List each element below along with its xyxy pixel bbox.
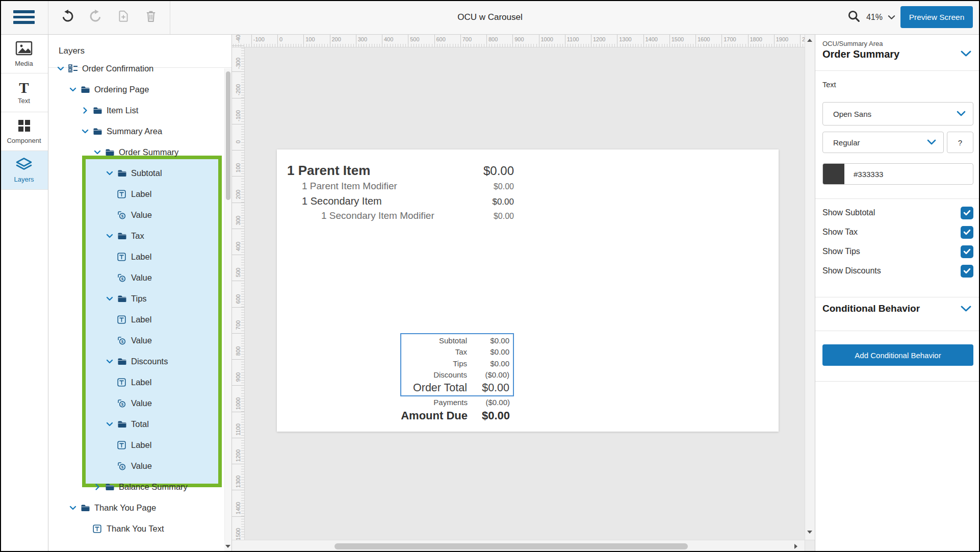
preview-screen-button[interactable]: Preview Screen (900, 6, 973, 28)
layer-row-label[interactable]: Label (48, 184, 222, 205)
chevron-down-icon[interactable] (94, 147, 101, 157)
zoom-level-value[interactable]: 41% (866, 13, 883, 22)
chevron-down-icon[interactable] (106, 294, 113, 303)
layer-row-thank-you-page[interactable]: Thank You Page (48, 497, 222, 518)
top-bar: OCU w Carousel (0, 0, 980, 35)
canvas-hscrollbar-thumb[interactable] (334, 543, 688, 549)
sidebar-item-text[interactable]: TText (0, 73, 48, 112)
checkbox-show-tax[interactable] (961, 226, 973, 239)
collapse-section-chevron-icon[interactable] (960, 50, 972, 59)
layers-scrollbar-thumb[interactable] (226, 71, 230, 200)
ruler-tick-label: 600 (235, 294, 241, 303)
chevron-down-icon[interactable] (106, 168, 113, 178)
order-summary-selection[interactable]: Subtotal$0.00Tax$0.00Tips$0.00Discounts(… (400, 333, 514, 396)
checkbox-show-discounts[interactable] (961, 265, 973, 278)
chevron-down-icon[interactable] (106, 231, 113, 240)
layer-row-label[interactable]: Label (48, 246, 222, 267)
layer-row-subtotal[interactable]: Subtotal (48, 163, 222, 184)
chevron-down-icon[interactable] (69, 503, 76, 512)
item-name: 1 Parent Item (287, 163, 370, 179)
ruler-tick-label: 200 (332, 36, 341, 42)
sidebar-item-component[interactable]: Component (0, 112, 48, 151)
font-style-select[interactable]: Regular (822, 132, 944, 153)
layer-row-label[interactable]: Label (48, 309, 222, 330)
chevron-right-icon[interactable] (82, 106, 89, 115)
item-price: $0.00 (483, 164, 514, 178)
canvas-vscrollbar[interactable] (805, 35, 815, 552)
toggle-row-show-tips: Show Tips (822, 245, 973, 258)
layer-row-order-summary[interactable]: Order Summary (48, 142, 222, 163)
layer-row-item-list[interactable]: Item List (48, 100, 222, 121)
layer-row-balance-summary[interactable]: Balance Summary (48, 476, 222, 497)
sidebar-item-layers[interactable]: Layers (0, 151, 48, 190)
item-price: $0.00 (494, 212, 514, 221)
color-swatch[interactable] (823, 163, 844, 185)
value-icon: $ (117, 462, 127, 470)
layer-row-value[interactable]: $Value (48, 330, 222, 351)
balance-label: Payments (348, 398, 468, 407)
hamburger-menu-button[interactable] (0, 0, 48, 34)
layer-label: Summary Area (107, 127, 162, 136)
value-icon: $ (117, 399, 127, 408)
label-icon (117, 441, 127, 449)
layer-row-label[interactable]: Label (48, 372, 222, 393)
layer-row-tips[interactable]: Tips (48, 288, 222, 309)
layer-row-label[interactable]: Label (48, 435, 222, 456)
checkbox-show-subtotal[interactable] (961, 207, 973, 219)
layer-row-value[interactable]: $Value (48, 267, 222, 288)
layer-row-ordering-page[interactable]: Ordering Page (48, 79, 222, 100)
check-icon (963, 210, 971, 216)
chevron-down-icon[interactable] (106, 357, 113, 366)
summary-row: Tax$0.00 (403, 347, 511, 356)
new-page-button[interactable] (115, 9, 132, 26)
layer-label: Label (131, 378, 151, 387)
layer-row-summary-area[interactable]: Summary Area (48, 121, 222, 142)
layer-label: Value (131, 210, 152, 220)
layer-label: Value (131, 461, 152, 471)
layer-row-total[interactable]: Total (48, 414, 222, 435)
chevron-down-icon[interactable] (69, 85, 76, 94)
font-family-select[interactable]: Open Sans (822, 102, 973, 126)
layer-row-value[interactable]: $Value (48, 205, 222, 225)
layer-row-value[interactable]: $Value (48, 393, 222, 414)
conditional-chevron-icon[interactable] (960, 305, 972, 314)
ruler-tick-label: 100 (235, 163, 241, 172)
artboard[interactable]: 1 Parent Item$0.001 Parent Item Modifier… (277, 149, 779, 432)
text-color-input[interactable]: #333333 (822, 163, 973, 185)
redo-button[interactable] (87, 9, 104, 26)
design-canvas[interactable]: -100010020030040050060070080090010001100… (232, 35, 805, 552)
delete-button[interactable] (142, 9, 160, 26)
toggle-label: Show Discounts (822, 266, 961, 275)
chevron-right-icon[interactable] (94, 482, 101, 491)
layers-scrollbar[interactable] (224, 68, 231, 552)
item-price: $0.00 (492, 197, 514, 207)
ruler-tick-label: 1400 (235, 501, 241, 514)
chevron-down-icon[interactable] (106, 419, 113, 429)
layer-row-order-confirmation[interactable]: Order Confirmation (48, 58, 222, 79)
zoom-search-icon[interactable] (847, 9, 861, 26)
folder-icon (105, 483, 115, 491)
add-conditional-behavior-button[interactable]: Add Conditional Behavior (822, 344, 973, 366)
zoom-chevron-down-icon[interactable] (888, 13, 895, 22)
ruler-tick-label: -400 (235, 35, 241, 43)
chevron-down-icon[interactable] (82, 127, 89, 136)
layer-row-thank-you-text[interactable]: Thank You Text (48, 518, 222, 539)
ruler-tick-label: 1400 (646, 36, 658, 42)
help-button[interactable]: ? (947, 132, 973, 153)
undo-button[interactable] (59, 9, 76, 26)
checkbox-show-tips[interactable] (961, 245, 973, 258)
label-icon (117, 378, 127, 387)
layer-row-discounts[interactable]: Discounts (48, 351, 222, 372)
folder-icon (117, 358, 127, 365)
chevron-down-icon[interactable] (57, 64, 64, 73)
chevron-down-icon (927, 138, 936, 147)
summary-label: Tips (403, 359, 467, 368)
layer-row-tax[interactable]: Tax (48, 225, 222, 246)
sidebar-item-media[interactable]: Media (0, 35, 48, 73)
summary-row: Discounts($0.00) (403, 370, 511, 379)
layers-scroll-down-button[interactable] (224, 541, 231, 552)
layer-row-value[interactable]: $Value (48, 456, 222, 476)
canvas-hscrollbar[interactable] (232, 540, 805, 552)
ruler-tick-label: 1300 (235, 475, 241, 488)
ruler-tick-label: 800 (235, 346, 241, 356)
